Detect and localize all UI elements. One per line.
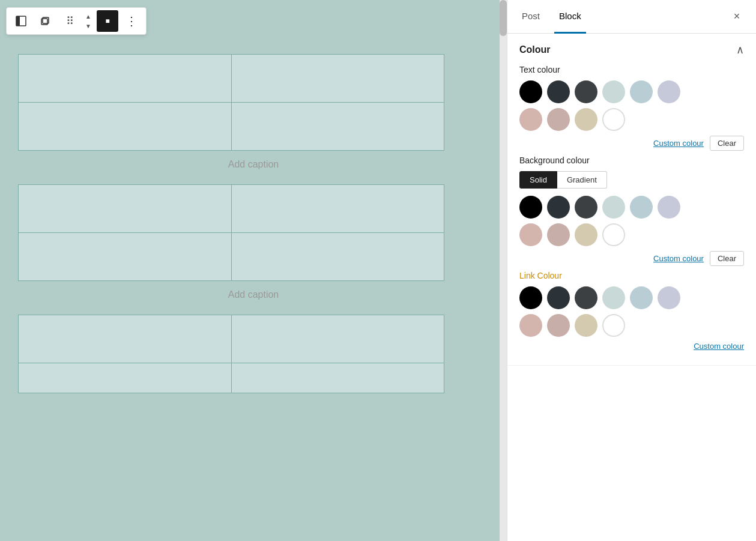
editor-content: Add caption Add caption <box>0 0 507 411</box>
layout-button[interactable] <box>10 10 32 32</box>
panel-close-button[interactable]: × <box>727 7 746 26</box>
bg-swatch-mint[interactable] <box>602 196 625 219</box>
text-colour-subsection: Text colour Custom colour Clear <box>519 65 744 151</box>
table-cell[interactable] <box>19 55 232 103</box>
close-icon: × <box>734 10 740 23</box>
table-block-2: Add caption <box>18 184 489 315</box>
link-custom-colour-link[interactable]: Custom colour <box>694 342 744 351</box>
stepper-down-button[interactable]: ▼ <box>82 21 94 31</box>
tab-block[interactable]: Block <box>554 0 586 34</box>
bg-swatch-tan[interactable] <box>575 223 597 246</box>
editor-table-1[interactable] <box>18 54 444 151</box>
text-swatch-black[interactable] <box>519 80 542 103</box>
text-swatch-charcoal[interactable] <box>575 80 597 103</box>
link-swatch-charcoal[interactable] <box>575 286 597 309</box>
duplicate-button[interactable] <box>34 10 56 32</box>
bg-swatch-charcoal[interactable] <box>575 196 597 219</box>
text-swatch-blush[interactable] <box>519 108 542 131</box>
section-title: Colour <box>519 44 551 55</box>
table-cell[interactable] <box>231 185 444 233</box>
drag-button[interactable]: ⠿ <box>58 10 80 32</box>
text-colour-title: Text colour <box>519 65 744 74</box>
text-clear-button[interactable]: Clear <box>710 136 744 151</box>
bg-toggle: Solid Gradient <box>519 171 744 189</box>
table-cell[interactable] <box>19 185 232 233</box>
table-cell[interactable] <box>231 315 444 363</box>
link-swatch-mint[interactable] <box>602 286 625 309</box>
bg-swatch-lavender[interactable] <box>658 196 680 219</box>
bg-swatch-rosegray[interactable] <box>547 223 570 246</box>
text-swatch-rosegray[interactable] <box>547 108 570 131</box>
more-options-button[interactable]: ⋮ <box>121 10 142 32</box>
right-panel: Post Block × Colour ∧ Text colour <box>507 0 756 541</box>
link-swatch-lavender[interactable] <box>658 286 680 309</box>
link-swatch-blush[interactable] <box>519 314 542 337</box>
link-swatch-rosegray[interactable] <box>547 314 570 337</box>
colour-section: Colour ∧ Text colour Custom colour <box>507 34 756 366</box>
text-colour-actions: Custom colour Clear <box>519 136 744 151</box>
link-swatch-white[interactable] <box>602 314 625 337</box>
table-cell[interactable] <box>19 103 232 151</box>
bg-swatch-white[interactable] <box>602 223 625 246</box>
block-type-button[interactable]: ■ <box>97 10 118 32</box>
stepper: ▲ ▼ <box>82 11 94 31</box>
link-swatch-darkgray[interactable] <box>547 286 570 309</box>
table-cell[interactable] <box>19 315 232 363</box>
bg-swatch-darkgray[interactable] <box>547 196 570 219</box>
link-swatch-black[interactable] <box>519 286 542 309</box>
text-swatch-lavender[interactable] <box>658 80 680 103</box>
scrollbar-thumb[interactable] <box>500 0 507 36</box>
link-colour-actions: Custom colour <box>519 342 744 351</box>
link-colour-row-1 <box>519 286 744 309</box>
link-colour-row-2 <box>519 314 744 337</box>
collapse-icon[interactable]: ∧ <box>736 43 744 56</box>
drag-icon: ⠿ <box>66 14 73 28</box>
section-header: Colour ∧ <box>519 43 744 56</box>
table-cell[interactable] <box>231 55 444 103</box>
scrollbar-track <box>500 0 507 541</box>
block-toolbar: ⠿ ▲ ▼ ■ ⋮ <box>6 7 147 35</box>
caption-2[interactable]: Add caption <box>18 281 489 315</box>
table-cell[interactable] <box>19 233 232 281</box>
bg-swatch-blush[interactable] <box>519 223 542 246</box>
text-swatch-mint[interactable] <box>602 80 625 103</box>
text-swatch-lightblue[interactable] <box>630 80 653 103</box>
table-block-3 <box>18 315 489 393</box>
layout-icon <box>15 15 27 27</box>
link-swatch-lightblue[interactable] <box>630 286 653 309</box>
editor-table-2[interactable] <box>18 184 444 281</box>
square-block-icon: ■ <box>105 17 109 25</box>
solid-toggle-button[interactable]: Solid <box>519 171 557 189</box>
table-cell[interactable] <box>231 103 444 151</box>
tab-post[interactable]: Post <box>517 0 545 34</box>
caption-1[interactable]: Add caption <box>18 151 489 184</box>
text-swatch-darkgray[interactable] <box>547 80 570 103</box>
bg-clear-button[interactable]: Clear <box>710 251 744 266</box>
text-swatch-tan[interactable] <box>575 108 597 131</box>
svg-rect-1 <box>16 16 20 26</box>
stepper-up-button[interactable]: ▲ <box>82 11 94 21</box>
gradient-toggle-button[interactable]: Gradient <box>557 171 607 189</box>
link-colour-title: Link Colour <box>519 271 744 280</box>
more-options-icon: ⋮ <box>125 14 138 28</box>
text-colour-row-2 <box>519 108 744 131</box>
bg-colour-row-2 <box>519 223 744 246</box>
panel-header: Post Block × <box>507 0 756 34</box>
text-swatch-white[interactable] <box>602 108 625 131</box>
bg-colour-actions: Custom colour Clear <box>519 251 744 266</box>
editor-table-3[interactable] <box>18 315 444 393</box>
bg-swatch-lightblue[interactable] <box>630 196 653 219</box>
bg-swatch-black[interactable] <box>519 196 542 219</box>
bg-colour-row-1 <box>519 196 744 219</box>
table-block-1: Add caption <box>18 54 489 184</box>
background-colour-subsection: Background colour Solid Gradient Cust <box>519 156 744 266</box>
link-swatch-tan[interactable] <box>575 314 597 337</box>
table-cell[interactable] <box>231 363 444 393</box>
bg-custom-colour-link[interactable]: Custom colour <box>653 254 704 263</box>
text-colour-row-1 <box>519 80 744 103</box>
table-cell[interactable] <box>19 363 232 393</box>
editor-area: ⠿ ▲ ▼ ■ ⋮ Add captio <box>0 0 507 541</box>
table-cell[interactable] <box>231 233 444 281</box>
text-custom-colour-link[interactable]: Custom colour <box>653 139 704 148</box>
link-colour-subsection: Link Colour Custom colour <box>519 271 744 351</box>
